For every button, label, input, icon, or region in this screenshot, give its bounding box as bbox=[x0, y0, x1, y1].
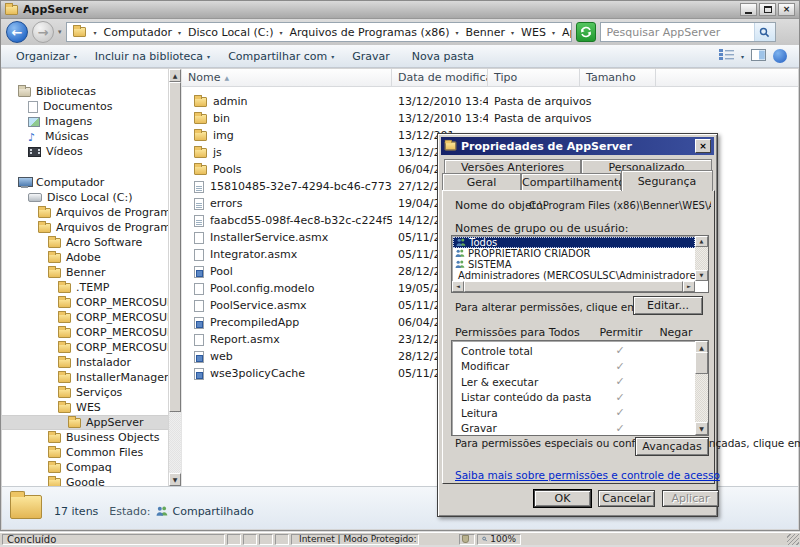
sidebar-tree-item[interactable]: Arquivos de Programas (x86) bbox=[2, 220, 168, 235]
sidebar-tree-item[interactable]: Google bbox=[2, 475, 168, 486]
user-list-item[interactable]: Administradores (MERCOSULSC\Administrado… bbox=[453, 270, 695, 281]
sidebar-tree-item[interactable]: .TEMP bbox=[2, 280, 168, 295]
sidebar-tree-item[interactable]: AppServer bbox=[2, 415, 168, 430]
scroll-down-icon[interactable]: ▼ bbox=[695, 422, 708, 435]
sidebar-scrollbar[interactable]: ▲ ▼ bbox=[168, 69, 181, 486]
permissions-vscrollbar[interactable]: ▲ ▼ bbox=[695, 341, 708, 435]
scrollbar-thumb[interactable] bbox=[695, 352, 708, 374]
sidebar-tree-item[interactable]: Serviços bbox=[2, 385, 168, 400]
scrollbar-thumb[interactable] bbox=[464, 281, 683, 292]
user-list-item[interactable]: SISTEMA bbox=[453, 259, 695, 270]
breadcrumb[interactable]: ComputadorDisco Local (C:)Arquivos de Pr… bbox=[66, 22, 572, 42]
sidebar-tree-item[interactable]: Common Files bbox=[2, 445, 168, 460]
sidebar-tree-item[interactable]: Disco Local (C:) bbox=[2, 190, 168, 205]
breadcrumb-root[interactable] bbox=[72, 27, 103, 37]
column-header-size[interactable]: Tamanho bbox=[580, 69, 656, 86]
ok-button[interactable]: OK bbox=[534, 490, 591, 507]
tab-security[interactable]: Segurança bbox=[621, 170, 713, 191]
search-button[interactable] bbox=[754, 23, 775, 41]
breadcrumb-segment[interactable]: AppServer bbox=[561, 26, 572, 39]
allow-checkmark-icon: ✓ bbox=[595, 360, 645, 373]
user-name: Administradores (MERCOSULSC\Administrado… bbox=[458, 270, 695, 281]
cancel-button[interactable]: Cancelar bbox=[598, 490, 655, 507]
change-view-button[interactable] bbox=[719, 49, 734, 63]
sidebar-tree-item[interactable]: Computador bbox=[2, 175, 168, 190]
scroll-down-icon[interactable]: ▼ bbox=[169, 473, 181, 486]
sidebar-tree-item[interactable]: Músicas bbox=[2, 129, 168, 144]
sidebar-tree-item[interactable]: Instalador bbox=[2, 355, 168, 370]
sidebar-tree-item[interactable]: Benner bbox=[2, 265, 168, 280]
sidebar-tree-item[interactable]: Imagens bbox=[2, 114, 168, 129]
resize-grip[interactable] bbox=[787, 534, 799, 545]
scroll-down-icon[interactable]: ▼ bbox=[695, 270, 708, 281]
sidebar-tree-item[interactable]: Adobe bbox=[2, 250, 168, 265]
search-input[interactable] bbox=[601, 26, 754, 39]
user-list-item[interactable]: Todos bbox=[453, 237, 695, 248]
permission-row[interactable]: Listar conteúdo da pasta ✓ bbox=[453, 390, 695, 406]
column-header-type[interactable]: Tipo bbox=[488, 69, 580, 86]
toolbar-button[interactable]: Nova pasta bbox=[403, 45, 487, 67]
breadcrumb-segment[interactable]: WES bbox=[520, 26, 561, 39]
toolbar-button[interactable]: Gravar bbox=[343, 45, 403, 67]
sidebar-tree-item[interactable]: CORP_MERCOSUL_TESTE. bbox=[2, 340, 168, 355]
column-header-name[interactable]: Nome ▲ bbox=[182, 69, 392, 86]
permission-row[interactable]: Leitura ✓ bbox=[453, 405, 695, 421]
permission-row[interactable]: Controle total ✓ bbox=[453, 343, 695, 359]
permission-row[interactable]: Gravar ✓ bbox=[453, 421, 695, 437]
permission-row[interactable]: Ler & executar ✓ bbox=[453, 374, 695, 390]
column-header-date[interactable]: Data de modificação bbox=[392, 69, 488, 86]
sidebar-tree-item[interactable]: CORP_MERCOSUL bbox=[2, 295, 168, 310]
user-list-hscrollbar[interactable]: ◄ ► bbox=[452, 281, 695, 292]
scroll-right-icon[interactable]: ► bbox=[683, 281, 695, 292]
user-list-item[interactable]: PROPRIETÁRIO CRIADOR bbox=[453, 248, 695, 259]
permission-row[interactable]: Modificar ✓ bbox=[453, 359, 695, 375]
sidebar-tree-item[interactable]: Acro Software bbox=[2, 235, 168, 250]
sidebar-tree-item[interactable]: InstallerManager bbox=[2, 370, 168, 385]
sidebar-tree-item[interactable]: Documentos bbox=[2, 99, 168, 114]
tab-sharing[interactable]: Compartilhamento bbox=[521, 173, 621, 190]
edit-button[interactable]: Editar... bbox=[633, 296, 703, 315]
file-row[interactable]: bin 13/12/2010 13:46 Pasta de arquivos bbox=[182, 110, 798, 127]
sidebar-tree-item[interactable]: Arquivos de Programas bbox=[2, 205, 168, 220]
sidebar-tree-item[interactable]: WES bbox=[2, 400, 168, 415]
toolbar-button[interactable]: Organizar ▾ bbox=[7, 45, 86, 67]
preview-pane-button[interactable] bbox=[751, 49, 766, 64]
ie-zoom-cell[interactable]: 100% bbox=[477, 534, 521, 545]
maximize-button[interactable] bbox=[759, 3, 776, 16]
minimize-button[interactable] bbox=[740, 3, 757, 16]
back-button[interactable]: ← bbox=[6, 21, 28, 43]
scroll-up-icon[interactable]: ▲ bbox=[169, 69, 181, 82]
sidebar-tree-item[interactable]: Compaq bbox=[2, 460, 168, 475]
sidebar-tree-item[interactable]: CORP_MERCOSUL.Reports bbox=[2, 310, 168, 325]
title-bar[interactable]: AppServer × bbox=[1, 1, 799, 19]
toolbar-button[interactable]: Incluir na biblioteca ▾ bbox=[86, 45, 219, 67]
breadcrumb-segment[interactable]: Benner bbox=[465, 26, 521, 39]
learn-more-link[interactable]: Saiba mais sobre permissões e controle d… bbox=[455, 469, 720, 481]
scrollbar-thumb[interactable] bbox=[169, 82, 181, 412]
tree-item-icon bbox=[58, 388, 71, 398]
sidebar-tree-item[interactable]: Bibliotecas bbox=[2, 84, 168, 99]
sidebar-tree-item[interactable]: CORP_MERCOSUL_TESTE bbox=[2, 325, 168, 340]
forward-button[interactable]: → bbox=[32, 21, 54, 43]
breadcrumb-segment[interactable]: Arquivos de Programas (x86) bbox=[288, 26, 464, 39]
close-button[interactable]: × bbox=[778, 3, 795, 16]
dialog-title-bar[interactable]: Propriedades de AppServer × bbox=[441, 137, 714, 155]
sidebar-tree-item[interactable]: Vídeos bbox=[2, 144, 168, 159]
advanced-button[interactable]: Avançadas bbox=[635, 437, 709, 456]
views-dropdown-icon[interactable]: ▾ bbox=[741, 53, 744, 60]
sidebar-tree-item[interactable]: Business Objects bbox=[2, 430, 168, 445]
tab-versions[interactable]: Versões Anteriores bbox=[444, 159, 581, 174]
user-list-vscrollbar[interactable]: ▲ ▼ bbox=[695, 236, 708, 281]
column-headers: Nome ▲ Data de modificação Tipo Tamanho bbox=[182, 69, 798, 87]
tab-general[interactable]: Geral bbox=[442, 173, 521, 190]
scroll-left-icon[interactable]: ◄ bbox=[452, 281, 464, 292]
file-row[interactable]: admin 13/12/2010 13:46 Pasta de arquivos bbox=[182, 93, 798, 110]
help-icon[interactable] bbox=[773, 49, 787, 63]
toolbar-button[interactable]: Compartilhar com ▾ bbox=[219, 45, 343, 67]
breadcrumb-segment[interactable]: Computador bbox=[103, 26, 187, 39]
breadcrumb-segment[interactable]: Disco Local (C:) bbox=[187, 26, 289, 39]
recent-pages-chevron-icon[interactable]: ▾ bbox=[58, 28, 62, 36]
refresh-button[interactable] bbox=[576, 22, 596, 42]
scroll-up-icon[interactable]: ▲ bbox=[695, 236, 708, 247]
dialog-close-button[interactable]: × bbox=[695, 139, 711, 153]
